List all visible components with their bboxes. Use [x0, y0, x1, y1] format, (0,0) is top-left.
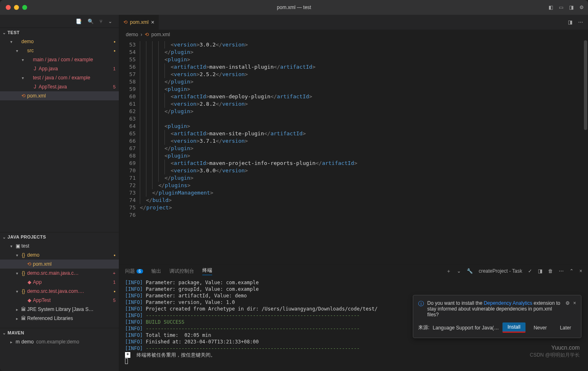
file-icon: m	[14, 339, 21, 345]
xml-file-icon: ⟲	[145, 32, 149, 37]
code-editor[interactable]: 5354555657585960616263646566676869707172…	[119, 39, 588, 264]
chevron-icon: ▸	[14, 316, 20, 321]
maximize-panel-icon[interactable]: ⌃	[569, 268, 574, 274]
tree-row[interactable]: ▾{}demo	[0, 250, 119, 260]
tree-label: pom.xml	[27, 93, 46, 99]
chevron-down-icon: ⌄	[2, 331, 6, 335]
tree-row[interactable]: ▸🏛Referenced Libraries	[0, 314, 119, 323]
close-icon[interactable]: ×	[151, 19, 154, 26]
install-button[interactable]: Install	[502, 322, 525, 333]
task-icon: 🔧	[467, 268, 473, 274]
chevron-icon: ▾	[20, 58, 25, 62]
gear-icon[interactable]: ⚙	[565, 300, 570, 306]
breadcrumb[interactable]: demo › ⟲ pom.xml	[119, 30, 588, 39]
never-button[interactable]: Never	[529, 323, 552, 332]
tree-row[interactable]: ▾test / java / com / example	[0, 73, 119, 82]
tree-label: src	[27, 48, 34, 53]
kill-terminal-icon[interactable]: 🗑	[548, 268, 553, 274]
xml-file-icon: ⟲	[123, 19, 127, 25]
tree-row[interactable]: ▾demo	[0, 37, 119, 46]
more-icon[interactable]: ⋯	[559, 268, 564, 274]
explorer-icon[interactable]: 📑	[76, 19, 82, 24]
layout-toggle-secondary-icon[interactable]: ◨	[569, 5, 574, 10]
file-icon: ⟲	[20, 93, 27, 99]
sidebar: 📑 🔍 ⑂ ⌄ ⌄ TEST ▾demo▾src▾main / java / c…	[0, 15, 119, 371]
tree-row[interactable]: ▾src	[0, 46, 119, 55]
file-icon: 🏛	[20, 306, 27, 312]
window-close-button[interactable]	[6, 5, 11, 10]
tab-pom-xml[interactable]: ⟲ pom.xml ×	[119, 15, 159, 30]
problem-badge: +	[113, 271, 116, 276]
tree-row[interactable]: ⟲pom.xml	[0, 91, 119, 100]
breadcrumb-item[interactable]: demo	[126, 32, 138, 37]
close-panel-icon[interactable]: ×	[579, 268, 582, 274]
tree-label: demo	[21, 339, 34, 345]
chevron-icon: ▾	[8, 39, 14, 44]
window-maximize-button[interactable]	[22, 5, 27, 10]
close-icon[interactable]: ×	[573, 300, 576, 306]
chevron-icon: ▾	[14, 271, 20, 276]
file-icon: {}	[20, 270, 27, 276]
dependency-analytics-link[interactable]: Dependency Analytics	[484, 300, 532, 306]
split-editor-icon[interactable]: ◨	[568, 19, 572, 25]
panel-tabs: 问题 6 输出 调试控制台 终端 ＋ ⌄ 🔧 createProject - T…	[119, 264, 588, 278]
tree-label: main / java / com / example	[33, 57, 93, 63]
layout-toggle-panel-icon[interactable]: ▭	[559, 5, 563, 10]
panel-tab-terminal[interactable]: 终端	[202, 267, 212, 275]
panel-tab-debug[interactable]: 调试控制台	[169, 268, 194, 275]
explorer-section-header[interactable]: ⌄ TEST	[0, 28, 119, 37]
later-button[interactable]: Later	[555, 323, 576, 332]
search-icon[interactable]: 🔍	[88, 19, 94, 24]
scrollbar[interactable]	[584, 40, 587, 130]
tree-row[interactable]: JApp.java1	[0, 64, 119, 73]
tree-label: demo	[27, 252, 39, 258]
chevron-icon: ▾	[14, 49, 20, 53]
traffic-lights	[4, 5, 27, 10]
tree-row[interactable]: ▾{}demo.src.test.java.com.…	[0, 287, 119, 296]
panel-tab-output[interactable]: 输出	[151, 268, 161, 275]
chevron-icon: ▾	[14, 253, 20, 257]
tree-label: pom.xml	[33, 261, 51, 267]
file-icon: ⟲	[25, 261, 33, 267]
chevron-down-icon: ⌄	[2, 30, 6, 35]
tree-row[interactable]: ◆App1	[0, 278, 119, 287]
tree-row[interactable]: ▸mdemocom.example:demo	[0, 337, 119, 346]
split-terminal-icon[interactable]: ◨	[538, 268, 542, 274]
file-icon: {}	[20, 288, 27, 294]
source-control-icon[interactable]: ⑂	[100, 19, 102, 24]
customize-layout-icon[interactable]: ⚙	[579, 5, 584, 10]
chevron-icon: ▾	[14, 289, 20, 294]
explorer-toolbar: 📑 🔍 ⑂ ⌄	[0, 15, 119, 28]
chevron-down-icon: ⌄	[2, 235, 6, 239]
chevron-right-icon: ›	[141, 32, 142, 37]
code-content[interactable]: <version>3.0.2</version></plugin><plugin…	[140, 39, 588, 264]
tree-row[interactable]: ◆AppTest5	[0, 296, 119, 305]
tree-row[interactable]: ▾▣test	[0, 241, 119, 250]
file-icon: J	[31, 66, 39, 72]
window-minimize-button[interactable]	[14, 5, 19, 10]
tree-row[interactable]: ▸🏛JRE System Library [Java S…	[0, 305, 119, 314]
panel-tab-problems[interactable]: 问题 6	[125, 268, 143, 275]
new-terminal-icon[interactable]: ＋	[446, 268, 451, 275]
file-icon: ▣	[14, 243, 21, 249]
layout-toggle-primary-icon[interactable]: ◧	[549, 5, 553, 10]
java-projects-header[interactable]: ⌄ JAVA PROJECTS	[0, 232, 119, 241]
tree-label: test	[21, 243, 29, 249]
more-icon[interactable]: ⌄	[108, 19, 112, 24]
tree-row[interactable]: ⟲pom.xml	[0, 260, 119, 269]
chevron-icon: ▾	[20, 76, 25, 80]
source-label: 来源:	[418, 324, 429, 331]
chevron-icon: ▾	[8, 244, 14, 248]
terminal-dropdown-icon[interactable]: ⌄	[457, 268, 461, 274]
tree-row[interactable]: JAppTest.java5	[0, 82, 119, 91]
breadcrumb-item[interactable]: pom.xml	[151, 32, 170, 37]
check-icon: ✓	[528, 268, 532, 274]
problem-badge: 1	[113, 280, 116, 285]
tree-row[interactable]: ▾main / java / com / example	[0, 55, 119, 64]
terminal-task-name[interactable]: createProject - Task	[479, 268, 522, 274]
problem-badge: 5	[113, 84, 116, 89]
more-actions-icon[interactable]: ⋯	[578, 19, 583, 25]
chevron-icon: ▸	[8, 340, 14, 344]
maven-header[interactable]: ⌄ MAVEN	[0, 328, 119, 337]
tree-row[interactable]: ▾{}demo.src.main.java.c…+	[0, 269, 119, 278]
